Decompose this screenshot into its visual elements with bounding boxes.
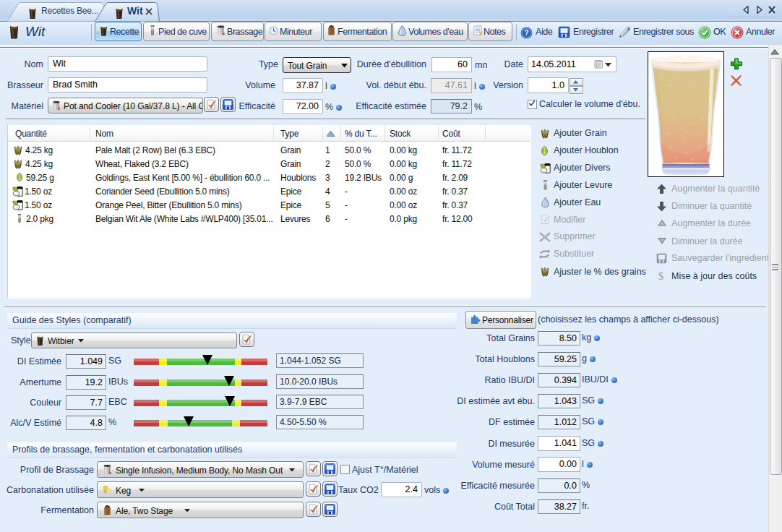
svg-text:$: $ — [658, 270, 664, 282]
